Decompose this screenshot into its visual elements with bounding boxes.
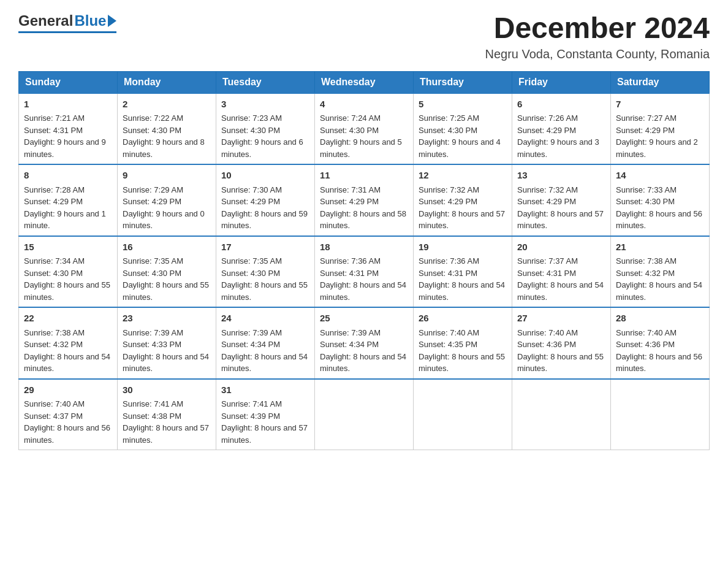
sunset-label: Sunset: 4:36 PM [616, 340, 675, 349]
calendar-cell: 11Sunrise: 7:31 AMSunset: 4:29 PMDayligh… [315, 164, 414, 236]
sunrise-label: Sunrise: 7:38 AM [24, 328, 85, 337]
daylight-label: Daylight: 9 hours and 4 minutes. [419, 137, 501, 159]
sunrise-label: Sunrise: 7:25 AM [419, 113, 479, 123]
sunset-label: Sunset: 4:30 PM [320, 126, 379, 135]
sunrise-label: Sunrise: 7:35 AM [221, 256, 282, 266]
sunset-label: Sunset: 4:30 PM [123, 126, 181, 135]
daylight-label: Daylight: 8 hours and 55 minutes. [221, 280, 308, 302]
sunset-label: Sunset: 4:30 PM [24, 269, 83, 278]
sunrise-label: Sunrise: 7:36 AM [320, 256, 381, 266]
sunset-label: Sunset: 4:29 PM [517, 126, 576, 135]
day-number: 20 [517, 240, 605, 255]
calendar-week-row: 1Sunrise: 7:21 AMSunset: 4:31 PMDaylight… [19, 93, 710, 165]
sunset-label: Sunset: 4:35 PM [419, 340, 477, 349]
sunset-label: Sunset: 4:32 PM [616, 269, 675, 278]
daylight-label: Daylight: 8 hours and 54 minutes. [616, 280, 702, 302]
calendar-week-row: 8Sunrise: 7:28 AMSunset: 4:29 PMDaylight… [19, 164, 710, 236]
sunrise-label: Sunrise: 7:40 AM [24, 399, 85, 408]
daylight-label: Daylight: 8 hours and 54 minutes. [320, 352, 406, 373]
calendar-body: 1Sunrise: 7:21 AMSunset: 4:31 PMDaylight… [19, 93, 710, 450]
logo-triangle-icon [108, 15, 116, 27]
calendar-cell: 16Sunrise: 7:35 AMSunset: 4:30 PMDayligh… [118, 236, 216, 308]
sunrise-label: Sunrise: 7:41 AM [221, 399, 282, 408]
sunset-label: Sunset: 4:30 PM [419, 126, 477, 135]
sunset-label: Sunset: 4:29 PM [123, 197, 181, 206]
daylight-label: Daylight: 8 hours and 57 minutes. [517, 209, 604, 231]
calendar-day-header: Tuesday [216, 71, 315, 93]
sunrise-label: Sunrise: 7:31 AM [320, 185, 381, 194]
calendar-cell: 1Sunrise: 7:21 AMSunset: 4:31 PMDaylight… [19, 93, 118, 165]
day-number: 2 [123, 98, 211, 112]
sunrise-label: Sunrise: 7:41 AM [123, 399, 183, 408]
sunrise-label: Sunrise: 7:29 AM [123, 185, 183, 194]
sunset-label: Sunset: 4:33 PM [123, 340, 181, 349]
calendar-cell: 13Sunrise: 7:32 AMSunset: 4:29 PMDayligh… [512, 164, 611, 236]
day-number: 26 [419, 312, 507, 326]
calendar-cell: 22Sunrise: 7:38 AMSunset: 4:32 PMDayligh… [19, 307, 118, 379]
calendar-cell: 2Sunrise: 7:22 AMSunset: 4:30 PMDaylight… [118, 93, 216, 165]
daylight-label: Daylight: 9 hours and 9 minutes. [24, 137, 106, 159]
sunrise-label: Sunrise: 7:40 AM [517, 328, 578, 337]
calendar-header-row: SundayMondayTuesdayWednesdayThursdayFrid… [19, 71, 710, 93]
daylight-label: Daylight: 9 hours and 1 minute. [24, 209, 106, 231]
calendar-cell: 28Sunrise: 7:40 AMSunset: 4:36 PMDayligh… [611, 307, 710, 379]
calendar-day-header: Saturday [611, 71, 710, 93]
calendar-day-header: Wednesday [315, 71, 414, 93]
daylight-label: Daylight: 8 hours and 54 minutes. [123, 352, 209, 373]
calendar-day-header: Monday [118, 71, 216, 93]
calendar-cell: 14Sunrise: 7:33 AMSunset: 4:30 PMDayligh… [611, 164, 710, 236]
sunset-label: Sunset: 4:32 PM [24, 340, 83, 349]
calendar-cell: 8Sunrise: 7:28 AMSunset: 4:29 PMDaylight… [19, 164, 118, 236]
daylight-label: Daylight: 9 hours and 0 minutes. [123, 209, 205, 231]
calendar-cell: 18Sunrise: 7:36 AMSunset: 4:31 PMDayligh… [315, 236, 414, 308]
calendar-cell: 12Sunrise: 7:32 AMSunset: 4:29 PMDayligh… [414, 164, 512, 236]
day-number: 17 [221, 240, 309, 255]
daylight-label: Daylight: 8 hours and 59 minutes. [221, 209, 308, 231]
sunset-label: Sunset: 4:34 PM [221, 340, 280, 349]
calendar-cell: 23Sunrise: 7:39 AMSunset: 4:33 PMDayligh… [118, 307, 216, 379]
daylight-label: Daylight: 8 hours and 56 minutes. [616, 209, 702, 231]
sunrise-label: Sunrise: 7:32 AM [419, 185, 479, 194]
sunset-label: Sunset: 4:29 PM [616, 126, 675, 135]
daylight-label: Daylight: 9 hours and 8 minutes. [123, 137, 205, 159]
sunset-label: Sunset: 4:39 PM [221, 412, 280, 421]
sunrise-label: Sunrise: 7:33 AM [616, 185, 677, 194]
daylight-label: Daylight: 8 hours and 55 minutes. [123, 280, 209, 302]
calendar-cell [414, 379, 512, 450]
sunset-label: Sunset: 4:29 PM [419, 197, 477, 206]
calendar-cell: 15Sunrise: 7:34 AMSunset: 4:30 PMDayligh… [19, 236, 118, 308]
sunrise-label: Sunrise: 7:37 AM [517, 256, 578, 266]
title-area: December 2024 Negru Voda, Constanta Coun… [485, 12, 710, 61]
logo: General Blue [18, 12, 116, 33]
day-number: 28 [616, 312, 704, 326]
logo-blue-text: Blue [74, 13, 106, 28]
daylight-label: Daylight: 8 hours and 56 minutes. [24, 423, 110, 445]
calendar-cell: 24Sunrise: 7:39 AMSunset: 4:34 PMDayligh… [216, 307, 315, 379]
calendar-cell: 9Sunrise: 7:29 AMSunset: 4:29 PMDaylight… [118, 164, 216, 236]
page-title: December 2024 [485, 12, 710, 45]
daylight-label: Daylight: 9 hours and 3 minutes. [517, 137, 599, 159]
sunset-label: Sunset: 4:30 PM [221, 269, 280, 278]
calendar-day-header: Thursday [414, 71, 512, 93]
daylight-label: Daylight: 9 hours and 6 minutes. [221, 137, 303, 159]
day-number: 19 [419, 240, 507, 255]
day-number: 8 [24, 169, 112, 183]
calendar-week-row: 29Sunrise: 7:40 AMSunset: 4:37 PMDayligh… [19, 379, 710, 450]
calendar-cell: 20Sunrise: 7:37 AMSunset: 4:31 PMDayligh… [512, 236, 611, 308]
day-number: 9 [123, 169, 211, 183]
day-number: 11 [320, 169, 408, 183]
calendar-cell: 31Sunrise: 7:41 AMSunset: 4:39 PMDayligh… [216, 379, 315, 450]
sunset-label: Sunset: 4:37 PM [24, 412, 83, 421]
daylight-label: Daylight: 8 hours and 58 minutes. [320, 209, 406, 231]
sunrise-label: Sunrise: 7:28 AM [24, 185, 85, 194]
daylight-label: Daylight: 8 hours and 54 minutes. [419, 280, 505, 302]
sunrise-label: Sunrise: 7:39 AM [320, 328, 381, 337]
calendar-day-header: Sunday [19, 71, 118, 93]
sunset-label: Sunset: 4:34 PM [320, 340, 379, 349]
sunset-label: Sunset: 4:36 PM [517, 340, 576, 349]
calendar-cell [611, 379, 710, 450]
sunset-label: Sunset: 4:31 PM [517, 269, 576, 278]
calendar-cell: 29Sunrise: 7:40 AMSunset: 4:37 PMDayligh… [19, 379, 118, 450]
calendar-cell: 5Sunrise: 7:25 AMSunset: 4:30 PMDaylight… [414, 93, 512, 165]
day-number: 6 [517, 98, 605, 112]
